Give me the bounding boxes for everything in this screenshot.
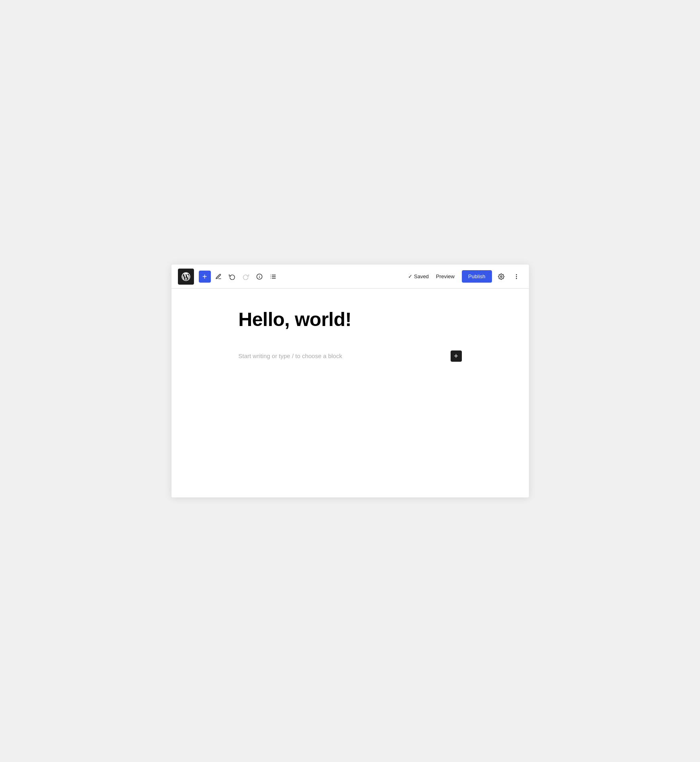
svg-point-10 (500, 276, 502, 277)
editor-toolbar: + (171, 265, 529, 289)
editor-content-area: Hello, world! Start writing or type / to… (171, 289, 529, 497)
info-icon (256, 273, 263, 280)
undo-icon (229, 273, 235, 280)
svg-point-11 (516, 274, 516, 275)
content-inner: Hello, world! Start writing or type / to… (226, 308, 475, 362)
saved-status: ✓ Saved (408, 273, 429, 279)
toolbar-right: ✓ Saved Preview Publish (408, 270, 522, 283)
toolbar-left: + (178, 269, 408, 285)
publish-button[interactable]: Publish (462, 270, 492, 283)
wp-logo[interactable] (178, 269, 194, 285)
editor-window: + (171, 265, 529, 497)
svg-point-12 (516, 276, 516, 277)
tools-button[interactable] (212, 271, 224, 283)
list-icon (270, 273, 276, 280)
details-button[interactable] (253, 271, 265, 283)
undo-button[interactable] (226, 271, 238, 283)
saved-label: Saved (414, 273, 429, 279)
saved-check-icon: ✓ (408, 273, 412, 279)
redo-button[interactable] (240, 271, 252, 283)
add-block-inline-button[interactable]: + (451, 350, 462, 362)
redo-icon (243, 273, 249, 280)
pencil-icon (215, 273, 222, 280)
settings-button[interactable] (495, 271, 507, 283)
add-block-button[interactable]: + (199, 271, 211, 283)
preview-button[interactable]: Preview (432, 271, 459, 282)
block-placeholder-text: Start writing or type / to choose a bloc… (239, 352, 447, 359)
more-options-button[interactable] (510, 271, 522, 283)
post-title[interactable]: Hello, world! (239, 308, 462, 331)
gear-icon (498, 273, 504, 280)
svg-point-13 (516, 278, 516, 279)
more-vertical-icon (513, 273, 520, 280)
list-view-button[interactable] (267, 271, 279, 283)
block-placeholder[interactable]: Start writing or type / to choose a bloc… (239, 350, 462, 362)
